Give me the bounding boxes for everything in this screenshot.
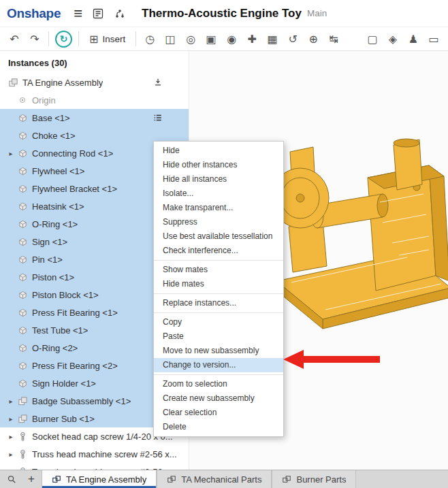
part-icon [16,113,29,123]
instances-panel-title: Instances (30) [0,51,189,74]
instance-row-truss-head-machine-screw-2-56[interactable]: ▸Truss head machine screw #2-56... [0,463,189,470]
expand-chevron-icon[interactable]: ▸ [5,150,16,157]
group-icon[interactable]: ▦ [262,30,283,48]
isometric-view-icon[interactable]: ◈ [383,30,403,48]
menu-item-zoom-to-selection[interactable]: Zoom to selection [154,377,283,391]
explode-icon[interactable]: ✚ [242,30,262,48]
insert-icon: ⊞ [89,33,98,46]
menu-item-isolate[interactable]: Isolate... [154,186,283,201]
part-icon [16,166,29,176]
menu-item-create-new-subassembly[interactable]: Create new subassembly [154,391,283,406]
model-flywheel-bracket[interactable] [289,221,327,272]
document-structure-icon[interactable] [87,7,109,20]
insert-button[interactable]: ⊞ Insert [82,29,132,48]
share-icon[interactable]: ♟ [403,30,423,48]
menu-item-copy[interactable]: Copy [154,315,283,329]
instance-label: Pin <1> [32,255,63,265]
menu-item-use-best-available-tessellation[interactable]: Use best available tessellation [154,229,283,244]
assembly-tab-icon [52,474,61,484]
menu-item-hide-other-instances[interactable]: Hide other instances [154,158,283,172]
redo-icon[interactable]: ↷ [25,30,45,48]
instance-label: Piston Block <1> [32,290,99,300]
tab-label: Burner Parts [296,474,346,485]
box-select-icon[interactable]: ▢ [362,30,383,48]
model-flywheel-hub[interactable] [296,194,304,202]
part-icon [16,343,29,353]
menu-item-move-to-new-subassembly[interactable]: Move to new subassembly [154,344,283,358]
expand-chevron-icon[interactable]: ▸ [5,415,16,423]
tab-ta-engine-assembly[interactable]: TA Engine Assembly [42,470,157,488]
fastened-icon[interactable]: ▣ [201,30,221,48]
search-tabs-icon[interactable] [7,474,17,485]
context-menu: HideHide other instancesHide all instanc… [153,141,284,437]
add-tab-icon[interactable]: + [28,472,35,486]
toolbar-divider [78,31,79,46]
bottom-tab-bar: + TA Engine AssemblyTA Mechanical PartsB… [0,470,448,488]
part-icon [16,325,29,336]
fix-icon[interactable] [153,78,163,87]
display-icon[interactable]: ▭ [423,30,444,48]
menu-separator [154,293,283,294]
menu-item-show-mates[interactable]: Show mates [154,263,283,277]
expand-chevron-icon[interactable]: ▸ [5,397,16,405]
instance-label: Truss head machine screw #2-56... [32,467,170,470]
expand-chevron-icon[interactable]: ▸ [5,468,16,470]
instance-label: Sign <1> [32,237,67,247]
revolute-icon[interactable]: ◎ [180,30,201,48]
model-test-tube-cap[interactable] [377,194,388,217]
menu-item-clear-selection[interactable]: Clear selection [154,406,283,420]
header-icon-group: ≡ [69,5,131,22]
instance-label: O-Ring <2> [32,343,78,353]
onshape-logo[interactable]: Onshape [7,6,61,21]
history-button-group: ↶↷ [4,30,45,48]
menu-item-hide-all-instances[interactable]: Hide all instances [154,172,283,186]
view-rotate-button[interactable]: ↻ [55,31,72,48]
menu-item-hide-mates[interactable]: Hide mates [154,277,283,291]
mate-connector-icon[interactable]: ◉ [221,30,242,48]
menu-item-change-to-version[interactable]: Change to version... [154,358,283,372]
menu-item-check-interference[interactable]: Check interference... [154,244,283,258]
instance-row-truss-head-machine-screw-2-56-x[interactable]: ▸Truss head machine screw #2-56 x... [0,445,189,463]
tab-strip: TA Engine AssemblyTA Mechanical PartsBur… [42,470,357,488]
part-icon [16,272,29,282]
translate-icon[interactable]: ⊕ [303,30,323,48]
root-assembly-label: TA Engine Assembly [22,78,103,88]
part-icon [16,308,29,318]
instance-row-origin[interactable]: Origin [0,91,189,109]
menu-separator [154,260,283,261]
mate-icon[interactable]: ◫ [160,30,180,48]
part-icon [16,290,29,300]
model-chimney-top[interactable] [394,139,419,147]
tab-burner-parts[interactable]: Burner Parts [272,470,356,488]
menu-item-replace-instances[interactable]: Replace instances... [154,296,283,310]
instance-row-base-1[interactable]: Base <1> [0,109,189,127]
menu-item-make-transparent[interactable]: Make transparent... [154,201,283,215]
assembly-toolbar: ↶↷ ↻ ⊞ Insert ◷◫◎▣◉✚▦↺⊕↹ ▢◈♟▭ [0,27,448,51]
screw-icon [16,432,29,442]
versions-icon[interactable] [109,7,131,20]
workspace-label[interactable]: Main [307,8,327,18]
instance-label: O-Ring <1> [32,219,78,229]
expand-chevron-icon[interactable]: ▸ [5,451,16,458]
menu-item-suppress[interactable]: Suppress [154,215,283,229]
undo-icon[interactable]: ↶ [4,30,25,48]
instance-label: Press Fit Bearing <1> [32,308,118,318]
instance-label: Flywheel Bracket <1> [32,184,117,194]
menu-item-delete[interactable]: Delete [154,420,283,434]
instance-label: Origin [32,95,56,105]
screw-icon [16,449,29,459]
expand-chevron-icon[interactable]: ▸ [5,433,16,440]
instance-label: Sign Holder <1> [32,378,96,389]
menu-item-hide[interactable]: Hide [154,144,283,158]
tab-label: TA Engine Assembly [66,474,146,485]
hamburger-icon[interactable]: ≡ [69,5,87,22]
instance-row-root-assembly[interactable]: TA Engine Assembly [0,74,189,91]
view-rotate-icon: ↻ [60,33,68,44]
tab-ta-mechanical-parts[interactable]: TA Mechanical Parts [157,470,272,488]
named-views-icon[interactable]: ◷ [140,30,160,48]
rotate-tool-icon[interactable]: ↺ [283,30,303,48]
snap-icon[interactable]: ↹ [323,30,344,48]
part-icon [16,361,29,371]
menu-separator [154,374,283,375]
menu-item-paste[interactable]: Paste [154,329,283,344]
